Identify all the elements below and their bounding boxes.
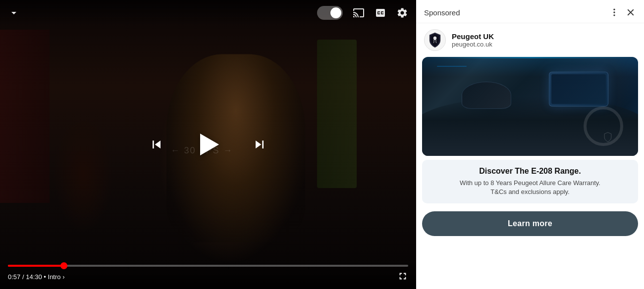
svg-point-2 <box>613 14 615 16</box>
more-options-button[interactable] <box>609 7 619 17</box>
chapter-name: Intro <box>48 273 61 281</box>
center-controls <box>149 131 268 158</box>
skip-forward-icon <box>252 137 268 152</box>
collapse-button[interactable] <box>8 7 20 19</box>
time-info-bar: 0:57 / 14:30 • Intro › <box>8 271 408 283</box>
ad-text-area: Discover The E-208 Range. With up to 8 Y… <box>422 160 638 203</box>
sponsored-label: Sponsored <box>424 8 460 17</box>
chapter-arrow: › <box>62 273 64 281</box>
door-decoration <box>317 40 357 188</box>
close-icon <box>625 7 636 18</box>
svg-point-1 <box>613 11 615 13</box>
advertiser-info: Peugeot UK peugeot.co.uk <box>416 23 644 57</box>
bottom-controls-bar: 0:57 / 14:30 • Intro › <box>0 261 416 289</box>
ad-header-actions <box>609 7 636 18</box>
close-button[interactable] <box>625 7 636 18</box>
accent-line-1 <box>437 66 467 67</box>
current-time: 0:57 / 14:30 • Intro › <box>8 273 65 281</box>
advertiser-url: peugeot.co.uk <box>452 41 494 48</box>
captions-button[interactable] <box>375 7 386 19</box>
cast-button[interactable] <box>353 7 365 19</box>
gear-icon <box>396 7 408 19</box>
ad-image-container <box>422 57 638 156</box>
skip-back-button[interactable] <box>149 137 164 152</box>
top-right-controls <box>317 6 408 20</box>
total-time-value: 14:30 <box>26 273 42 281</box>
ad-header: Sponsored <box>416 0 644 23</box>
progress-dot <box>60 262 67 269</box>
ad-headline: Discover The E-208 Range. <box>430 167 630 176</box>
three-dots-icon <box>609 7 619 17</box>
car-interior-visual <box>422 57 638 156</box>
skip-back-icon <box>149 137 164 152</box>
advertiser-logo <box>424 29 446 51</box>
cc-icon <box>375 7 386 19</box>
progress-fill <box>8 265 64 267</box>
curtain-decoration <box>0 30 50 203</box>
chevron-down-icon <box>8 7 20 19</box>
accent-line-top <box>422 57 638 58</box>
cast-icon <box>353 7 365 19</box>
ad-subtext: With up to 8 Years Peugeot Allure Care W… <box>430 179 630 196</box>
play-triangle-icon <box>200 134 219 155</box>
chapter-dot: • <box>44 273 48 281</box>
svg-point-0 <box>613 9 615 10</box>
settings-button[interactable] <box>396 7 408 19</box>
video-player[interactable]: ← 30 FPS → <box>0 0 416 289</box>
current-time-value: 0:57 <box>8 273 20 281</box>
skip-forward-button[interactable] <box>252 137 268 152</box>
instrument-cluster <box>462 82 511 109</box>
advertiser-title: Peugeot UK <box>452 32 494 41</box>
learn-more-button[interactable]: Learn more <box>422 211 638 236</box>
pause-toggle-button[interactable] <box>317 6 343 20</box>
fullscreen-icon <box>397 271 408 282</box>
ad-image <box>422 57 638 156</box>
progress-bar[interactable] <box>8 265 408 267</box>
peugeot-logo-icon <box>428 32 442 48</box>
peugeot-steering-logo <box>603 132 612 142</box>
top-controls-bar <box>0 0 416 26</box>
chapter-label: Intro › <box>48 273 65 281</box>
center-screen <box>549 72 608 106</box>
fullscreen-button[interactable] <box>397 271 408 283</box>
play-button[interactable] <box>194 131 222 158</box>
advertiser-name-block: Peugeot UK peugeot.co.uk <box>452 32 494 48</box>
ad-panel: Sponsored <box>416 0 644 289</box>
top-left-controls <box>8 7 20 19</box>
